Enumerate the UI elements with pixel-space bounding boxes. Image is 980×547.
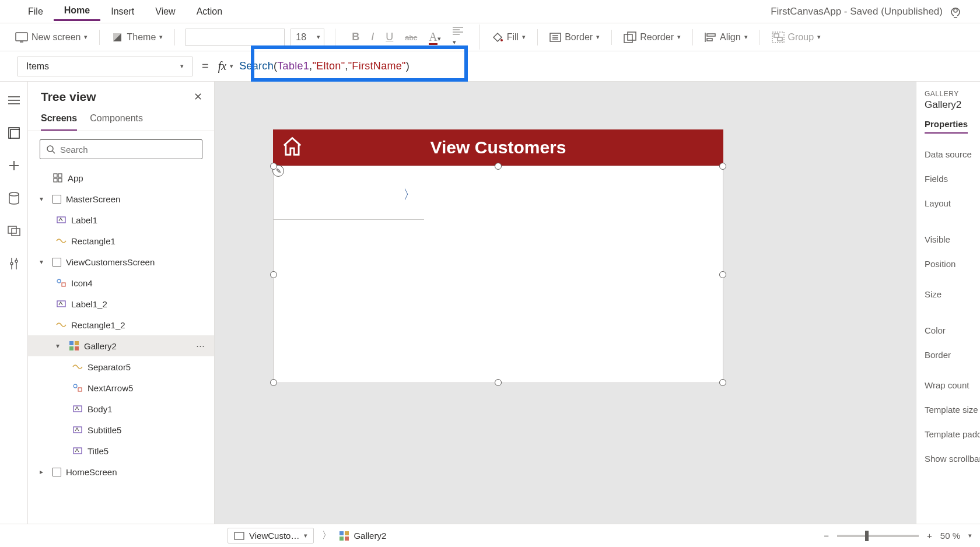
selection-handle[interactable] bbox=[270, 379, 277, 386]
tree-item-label1[interactable]: Label1 bbox=[28, 209, 214, 230]
tree-item-rectangle1-2[interactable]: Rectangle1_2 bbox=[28, 314, 214, 335]
chevron-right-icon[interactable]: 〉 bbox=[403, 186, 416, 204]
tab-properties[interactable]: Properties bbox=[925, 119, 968, 134]
tools-button[interactable] bbox=[6, 255, 22, 272]
zoom-out-button[interactable]: − bbox=[824, 531, 829, 541]
selection-handle[interactable] bbox=[719, 379, 726, 386]
font-color-button[interactable]: A▾ bbox=[423, 28, 446, 46]
search-field[interactable] bbox=[60, 145, 196, 155]
italic-button[interactable]: I bbox=[365, 29, 380, 45]
tree-item-subtitle5[interactable]: Subtitle5 bbox=[28, 419, 214, 440]
tree-item-separator5[interactable]: Separator5 bbox=[28, 356, 214, 377]
zoom-slider[interactable] bbox=[837, 535, 919, 537]
tree-item-gallery2[interactable]: ▾ Gallery2 ⋯ bbox=[28, 335, 214, 356]
canvas[interactable]: View Customers ✎ 〉 bbox=[215, 82, 916, 524]
svg-point-6 bbox=[501, 39, 503, 41]
tree-item-label: Subtitle5 bbox=[88, 425, 121, 435]
gallery-control[interactable]: ✎ 〉 bbox=[273, 166, 723, 383]
support-icon[interactable] bbox=[949, 5, 963, 19]
theme-button[interactable]: Theme ▾ bbox=[110, 29, 164, 45]
chevron-down-icon[interactable]: ▾ bbox=[40, 195, 48, 203]
menu-view[interactable]: View bbox=[145, 3, 186, 20]
checkbox[interactable] bbox=[52, 468, 61, 476]
font-size-input[interactable]: 18▾ bbox=[290, 29, 324, 46]
selection-handle[interactable] bbox=[495, 379, 502, 386]
tree-item-label1-2[interactable]: Label1_2 bbox=[28, 293, 214, 314]
checkbox[interactable] bbox=[52, 195, 61, 204]
svg-rect-41 bbox=[69, 341, 74, 345]
more-icon[interactable]: ⋯ bbox=[196, 341, 206, 351]
chevron-down-icon: ▾ bbox=[317, 33, 320, 41]
prop-fields[interactable]: Fields bbox=[925, 166, 980, 191]
theme-label: Theme bbox=[127, 32, 156, 43]
prop-size[interactable]: Size bbox=[925, 282, 980, 306]
reorder-button[interactable]: Reorder ▾ bbox=[622, 29, 682, 45]
slider-thumb[interactable] bbox=[865, 531, 869, 541]
bold-button[interactable]: B bbox=[346, 29, 365, 45]
prop-show-scrollbar[interactable]: Show scrollbar bbox=[925, 446, 980, 471]
chevron-down-icon[interactable]: ▾ bbox=[968, 532, 972, 539]
canvas-screen[interactable]: View Customers ✎ 〉 bbox=[273, 129, 723, 383]
border-button[interactable]: Border ▾ bbox=[548, 30, 601, 45]
tree-item-app[interactable]: App bbox=[28, 167, 214, 188]
tree-item-homescreen[interactable]: ▸ HomeScreen bbox=[28, 461, 214, 482]
strikethrough-button[interactable]: abc bbox=[399, 29, 423, 45]
formula-input[interactable]: Search(Table1, "Elton", "FirstName") bbox=[233, 57, 963, 76]
text-align-button[interactable]: ▾ bbox=[447, 24, 469, 50]
tree-item-rectangle1[interactable]: Rectangle1 bbox=[28, 230, 214, 251]
tree-view-button[interactable] bbox=[6, 125, 22, 141]
fill-button[interactable]: Fill ▾ bbox=[491, 29, 527, 45]
selection-handle[interactable] bbox=[270, 271, 277, 278]
selection-handle[interactable] bbox=[270, 163, 277, 170]
chevron-down-icon[interactable]: ▾ bbox=[40, 258, 48, 266]
tree-item-viewcustomers[interactable]: ▾ ViewCustomersScreen bbox=[28, 251, 214, 272]
align-button[interactable]: Align ▾ bbox=[704, 30, 749, 45]
prop-border[interactable]: Border bbox=[925, 342, 980, 367]
chevron-right-icon[interactable]: ▸ bbox=[40, 468, 48, 476]
prop-template-size[interactable]: Template size bbox=[925, 397, 980, 422]
home-icon[interactable] bbox=[281, 135, 303, 157]
prop-position[interactable]: Position bbox=[925, 251, 980, 276]
prop-template-padding[interactable]: Template padding bbox=[925, 422, 980, 446]
prop-data-source[interactable]: Data source bbox=[925, 142, 980, 166]
selection-handle[interactable] bbox=[719, 163, 726, 170]
breadcrumb-control[interactable]: Gallery2 bbox=[340, 531, 386, 541]
tree-item-masterscreen[interactable]: ▾ MasterScreen bbox=[28, 188, 214, 209]
gallery-row[interactable]: 〉 bbox=[274, 166, 424, 220]
prop-visible[interactable]: Visible bbox=[925, 227, 980, 251]
prop-wrap-count[interactable]: Wrap count bbox=[925, 373, 980, 397]
hamburger-button[interactable] bbox=[6, 92, 22, 108]
checkbox[interactable] bbox=[52, 258, 61, 267]
prop-color[interactable]: Color bbox=[925, 318, 980, 342]
label-icon bbox=[57, 299, 66, 308]
svg-rect-49 bbox=[74, 448, 82, 454]
data-button[interactable] bbox=[6, 190, 22, 206]
menu-file[interactable]: File bbox=[18, 3, 54, 20]
selection-handle[interactable] bbox=[719, 271, 726, 278]
prop-layout[interactable]: Layout bbox=[925, 191, 980, 215]
tab-components[interactable]: Components bbox=[90, 113, 143, 131]
svg-rect-23 bbox=[10, 129, 20, 139]
app-title: FirstCanvasApp - Saved (Unpublished) bbox=[771, 6, 949, 17]
close-icon[interactable]: ✕ bbox=[194, 90, 202, 103]
tree-item-nextarrow5[interactable]: NextArrow5 bbox=[28, 377, 214, 398]
search-input[interactable] bbox=[40, 139, 202, 159]
media-button[interactable] bbox=[6, 223, 22, 239]
tree-item-icon4[interactable]: Icon4 bbox=[28, 272, 214, 293]
tree-item-title5[interactable]: Title5 bbox=[28, 440, 214, 461]
tab-screens[interactable]: Screens bbox=[41, 113, 77, 131]
property-selector[interactable]: Items ▾ bbox=[18, 57, 192, 76]
underline-button[interactable]: U bbox=[380, 29, 399, 45]
font-family-select[interactable] bbox=[186, 29, 285, 46]
new-screen-button[interactable]: New screen ▾ bbox=[14, 30, 89, 45]
group-button[interactable]: Group ▾ bbox=[771, 29, 822, 45]
chevron-down-icon[interactable]: ▾ bbox=[56, 342, 64, 350]
menu-insert[interactable]: Insert bbox=[100, 3, 145, 20]
breadcrumb-screen[interactable]: ViewCusto… ▾ bbox=[228, 528, 314, 544]
selection-handle[interactable] bbox=[495, 163, 502, 170]
tree-item-body1[interactable]: Body1 bbox=[28, 398, 214, 419]
insert-button[interactable] bbox=[6, 157, 22, 174]
zoom-in-button[interactable]: + bbox=[927, 531, 932, 541]
menu-action[interactable]: Action bbox=[186, 3, 233, 20]
menu-home[interactable]: Home bbox=[54, 2, 100, 21]
